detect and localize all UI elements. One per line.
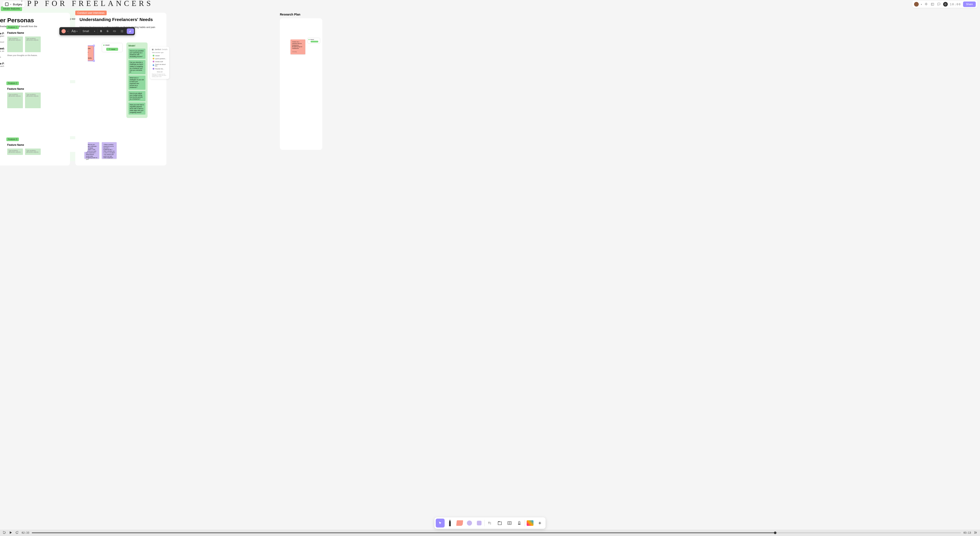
highlight-button[interactable] (127, 29, 134, 34)
feature-sticky[interactable]: Type anything. @mention anyone. (25, 148, 41, 155)
svg-point-10 (121, 30, 121, 30)
idea-item[interactable]: How do you adjust your budget during low… (129, 91, 145, 101)
idea-item[interactable]: Have you ever had to negotiate payment t… (129, 102, 145, 115)
idea-item[interactable]: Can you describe a challenge you faced r… (129, 60, 145, 74)
list-button[interactable] (119, 29, 126, 34)
jambot-action[interactable]: Quick question... (152, 57, 167, 60)
svg-point-11 (121, 31, 121, 31)
ideate-button[interactable]: ↻ Ideate (106, 48, 118, 51)
resize-handle-ne[interactable] (93, 45, 95, 46)
text-tool[interactable]: T (485, 518, 495, 528)
svg-rect-16 (498, 522, 501, 525)
sticky-note[interactable]: Create me a research plan for Designing … (291, 40, 305, 54)
feature-name[interactable]: Feature Name (7, 144, 85, 147)
progress-track[interactable] (32, 533, 961, 533)
jambot-details-link[interactable]: Details (162, 48, 168, 51)
ideate-button[interactable] (310, 41, 318, 42)
project-selector[interactable]: ▾ Budgey (3, 1, 25, 7)
topbar-right: ▾ O 10:00 Share (912, 1, 977, 8)
skip-button[interactable] (974, 531, 977, 535)
table-tool[interactable] (505, 518, 514, 528)
comment-icon[interactable] (937, 2, 941, 6)
separator (80, 29, 80, 34)
feature-sticky[interactable]: Type anything. @mention anyone. (7, 93, 23, 108)
color-dot-icon (153, 68, 154, 70)
avatar[interactable] (914, 2, 919, 6)
research-title: Research Plan (280, 13, 322, 16)
more-tools[interactable] (535, 518, 544, 528)
jambot-disclaimer: Heads up: AI outputs can be misleading o… (152, 73, 167, 77)
ideate-results-card[interactable]: Ideate! How do you prioritize your spend… (126, 42, 148, 118)
cursor-tool[interactable] (436, 518, 445, 528)
sparkle-icon[interactable] (924, 2, 928, 6)
color-dot-icon (153, 61, 154, 62)
feature-card[interactable]: Feature 2 Feature Name Type anything. @m… (4, 83, 88, 136)
shape-tool-square[interactable] (475, 518, 484, 528)
show-all-link[interactable]: Show all (152, 71, 167, 73)
link-button[interactable] (111, 29, 118, 34)
project-name: Budgey (13, 3, 22, 6)
ideate-btn-text: Ideate (111, 49, 115, 50)
ideate-mini-label: Ideate! (309, 39, 319, 40)
feature-name[interactable]: Feature Name (7, 88, 85, 90)
stamp-tool[interactable] (515, 518, 524, 528)
ideate-action-card[interactable]: Ideate! ↻ Ideate (102, 43, 123, 52)
current-time: 02:33 (22, 531, 29, 534)
section-tag[interactable]: Conduct user interviews (75, 11, 107, 15)
circle-shape-icon (467, 520, 472, 526)
feature-sticky[interactable]: Type anything. @mention anyone. (7, 37, 23, 52)
panel-icon[interactable] (931, 2, 935, 6)
progress-thumb[interactable] (774, 531, 776, 534)
avatar-chevron-icon[interactable]: ▾ (921, 3, 922, 5)
jambot-action[interactable]: Teach me about this (152, 63, 167, 67)
timer-display[interactable]: 10:00 (950, 3, 961, 6)
chevron-down-icon: ▾ (76, 30, 77, 32)
dot-icon (103, 45, 105, 46)
sticky-note[interactable]: • Share a positive experience you've had… (102, 142, 117, 159)
strikethrough-button[interactable]: S (105, 29, 110, 34)
rewind-button[interactable] (3, 531, 6, 535)
jambot-action[interactable]: Rewrite this... (152, 67, 167, 70)
share-button[interactable]: Share (963, 2, 976, 7)
resize-handle-se[interactable] (93, 60, 95, 62)
font-icon: Aa (72, 29, 76, 33)
widgets-tool[interactable] (526, 518, 535, 528)
jambot-action-label: Teach me about this (155, 64, 167, 67)
personas-heading: er Personas (0, 17, 66, 24)
pen-tool[interactable] (445, 518, 454, 528)
feature-card[interactable]: Feature 3 Feature Name Type anything. @m… (4, 139, 88, 152)
bold-button[interactable]: B (98, 29, 104, 34)
separator (97, 29, 98, 34)
color-swatch[interactable] (62, 29, 66, 34)
jambot-header: ▦ Jambot Details (152, 48, 167, 51)
canvas[interactable]: er Personas freelancers who will benefit… (0, 8, 980, 530)
sticky-shape-icon (456, 520, 463, 526)
sticky-tool[interactable] (455, 518, 464, 528)
jambot-action[interactable]: Ideate! (152, 54, 167, 57)
figjam-logo-icon (5, 3, 8, 6)
color-dot-icon (153, 64, 154, 66)
idea-item[interactable]: How do you prioritize your spending as a… (129, 49, 145, 59)
idea-item[interactable]: What tools or strategies do you use to t… (129, 75, 145, 90)
progress-fill (32, 533, 775, 533)
feature-tag: Feature 3 (6, 137, 19, 141)
color-dot-icon (153, 55, 154, 56)
play-button[interactable] (9, 531, 13, 535)
jambot-action[interactable]: Similar stuff (152, 60, 167, 63)
jambot-action-label: Ideate! (155, 55, 160, 56)
chevron-down-icon[interactable]: ▾ (67, 30, 68, 32)
font-style-selector[interactable]: Aa ▾ (69, 28, 80, 34)
feature-share-label: Share your thoughts on this feature. (7, 54, 85, 56)
user-avatar-2[interactable]: O (943, 2, 948, 6)
feature-tag: Feature 2 (6, 81, 19, 85)
section-tool[interactable] (495, 518, 504, 528)
ideate-action-card[interactable]: Ideate! (307, 38, 320, 43)
font-size-selector[interactable]: Small ▾ (81, 29, 97, 34)
feature-sticky[interactable]: Type anything. @mention anyone. (25, 93, 41, 108)
forward-button[interactable] (15, 531, 19, 535)
feature-sticky[interactable]: Type anything. @mention anyone. (7, 148, 23, 155)
shape-tool[interactable] (465, 518, 474, 528)
size-value: Small (83, 30, 89, 33)
feature-sticky[interactable]: Type anything. @mention anyone. (25, 37, 41, 52)
chevron-down-icon: ▾ (10, 3, 11, 5)
